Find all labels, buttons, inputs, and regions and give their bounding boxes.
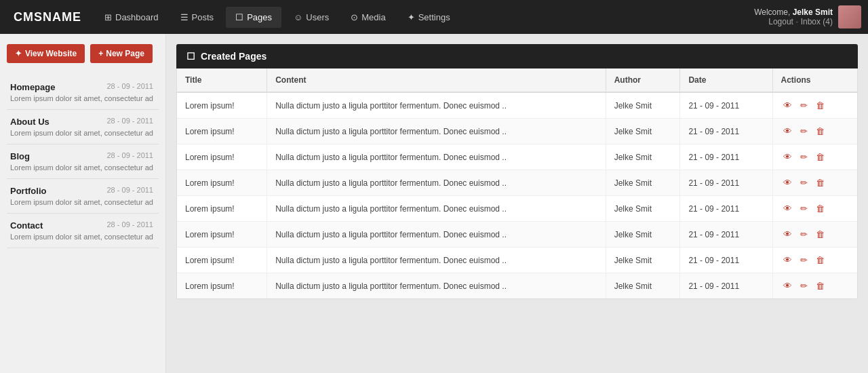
delete-button[interactable]: 🗑 <box>814 279 827 292</box>
pages-icon: ☐ <box>235 12 243 22</box>
sidebar-item-title: About Us <box>10 117 50 127</box>
delete-button[interactable]: 🗑 <box>814 125 827 138</box>
nav-menu: ⊞ Dashboard ☰ Posts ☐ Pages ☺ Users ⊙ Me… <box>88 7 754 28</box>
cell-content: Nulla dictum justo a ligula porttitor fe… <box>267 248 606 273</box>
user-info: Welcome, Jelke Smit Logout - Inbox (4) <box>754 5 861 28</box>
view-button[interactable]: 👁 <box>781 99 794 112</box>
cell-author: Jelke Smit <box>606 119 680 144</box>
edit-button[interactable]: ✏ <box>798 202 810 215</box>
sidebar-item-contact[interactable]: Contact 28 - 09 - 2011 Lorem ipsum dolor… <box>7 214 159 248</box>
new-page-button[interactable]: + New Page <box>90 44 153 63</box>
edit-button[interactable]: ✏ <box>798 151 810 163</box>
delete-button[interactable]: 🗑 <box>814 176 827 189</box>
view-button[interactable]: 👁 <box>781 228 794 241</box>
main-content: ☐ Created Pages Title Content Author Dat… <box>166 34 868 373</box>
sidebar-item-homepage[interactable]: Homepage 28 - 09 - 2011 Lorem ipsum dolo… <box>7 75 159 110</box>
edit-button[interactable]: ✏ <box>798 254 810 267</box>
table-row: Lorem ipsum! Nulla dictum justo a ligula… <box>177 273 857 299</box>
cell-author: Jelke Smit <box>606 222 680 248</box>
sidebar-item-portfolio[interactable]: Portfolio 28 - 09 - 2011 Lorem ipsum dol… <box>7 179 159 214</box>
view-button[interactable]: 👁 <box>781 176 794 189</box>
delete-button[interactable]: 🗑 <box>814 151 827 163</box>
edit-button[interactable]: ✏ <box>798 228 810 241</box>
sidebar-item-date: 28 - 09 - 2011 <box>107 151 154 161</box>
avatar <box>838 5 861 28</box>
col-date: Date <box>680 68 772 92</box>
nav-item-settings[interactable]: ✦ Settings <box>398 7 460 28</box>
delete-button[interactable]: 🗑 <box>814 254 827 267</box>
delete-button[interactable]: 🗑 <box>814 228 827 241</box>
nav-label-pages: Pages <box>247 12 272 22</box>
col-author: Author <box>606 68 680 92</box>
new-page-icon: + <box>98 49 103 58</box>
user-actions: Logout - Inbox (4) <box>754 17 833 26</box>
edit-button[interactable]: ✏ <box>798 279 810 292</box>
view-button[interactable]: 👁 <box>781 279 794 292</box>
delete-button[interactable]: 🗑 <box>814 99 827 112</box>
cell-date: 21 - 09 - 2011 <box>680 170 772 196</box>
dashboard-icon: ⊞ <box>104 12 112 22</box>
logout-link[interactable]: Logout <box>768 17 793 26</box>
cell-actions: 👁 ✏ 🗑 <box>772 92 857 119</box>
sidebar-item-date: 28 - 09 - 2011 <box>107 186 154 196</box>
sidebar-action-buttons: ✦ View Website + New Page <box>7 44 159 63</box>
cell-date: 21 - 09 - 2011 <box>680 248 772 273</box>
nav-item-posts[interactable]: ☰ Posts <box>171 7 224 28</box>
inbox-link[interactable]: Inbox (4) <box>801 17 833 26</box>
nav-label-media: Media <box>361 12 385 22</box>
cell-date: 21 - 09 - 2011 <box>680 196 772 222</box>
table-header: Title Content Author Date Actions <box>177 68 857 92</box>
sidebar-item-about-us[interactable]: About Us 28 - 09 - 2011 Lorem ipsum dolo… <box>7 110 159 144</box>
view-website-button[interactable]: ✦ View Website <box>7 44 85 63</box>
nav-item-dashboard[interactable]: ⊞ Dashboard <box>95 7 168 28</box>
table-row: Lorem ipsum! Nulla dictum justo a ligula… <box>177 170 857 196</box>
cell-author: Jelke Smit <box>606 273 680 299</box>
page-layout: ✦ View Website + New Page Homepage 28 - … <box>0 34 868 373</box>
cell-date: 21 - 09 - 2011 <box>680 144 772 170</box>
nav-item-users[interactable]: ☺ Users <box>284 7 338 28</box>
delete-button[interactable]: 🗑 <box>814 202 827 215</box>
cell-title: Lorem ipsum! <box>177 144 267 170</box>
cell-title: Lorem ipsum! <box>177 248 267 273</box>
edit-button[interactable]: ✏ <box>798 125 810 138</box>
cell-actions: 👁 ✏ 🗑 <box>772 248 857 273</box>
cell-content: Nulla dictum justo a ligula porttitor fe… <box>267 196 606 222</box>
sidebar-item-title: Homepage <box>10 82 55 92</box>
cell-author: Jelke Smit <box>606 144 680 170</box>
app-logo: CMSNAME <box>7 10 88 24</box>
cell-date: 21 - 09 - 2011 <box>680 92 772 119</box>
sidebar-item-date: 28 - 09 - 2011 <box>107 82 154 92</box>
edit-button[interactable]: ✏ <box>798 99 810 112</box>
media-icon: ⊙ <box>351 12 358 22</box>
view-button[interactable]: 👁 <box>781 125 794 138</box>
nav-item-pages[interactable]: ☐ Pages <box>226 7 281 28</box>
cell-date: 21 - 09 - 2011 <box>680 119 772 144</box>
view-button[interactable]: 👁 <box>781 254 794 267</box>
sidebar: ✦ View Website + New Page Homepage 28 - … <box>0 34 166 373</box>
sidebar-item-title: Contact <box>10 220 43 231</box>
new-page-label: New Page <box>106 49 144 58</box>
sidebar-item-title: Blog <box>10 151 30 161</box>
view-website-icon: ✦ <box>15 49 22 58</box>
view-button[interactable]: 👁 <box>781 202 794 215</box>
section-header: ☐ Created Pages <box>176 44 858 68</box>
section-icon: ☐ <box>186 51 195 62</box>
pages-table-container: Title Content Author Date Actions Lorem … <box>176 68 858 299</box>
sidebar-item-blog[interactable]: Blog 28 - 09 - 2011 Lorem ipsum dolor si… <box>7 144 159 179</box>
user-details: Welcome, Jelke Smit Logout - Inbox (4) <box>754 7 833 26</box>
cell-title: Lorem ipsum! <box>177 170 267 196</box>
cell-actions: 👁 ✏ 🗑 <box>772 170 857 196</box>
cell-author: Jelke Smit <box>606 92 680 119</box>
cell-title: Lorem ipsum! <box>177 196 267 222</box>
nav-label-settings: Settings <box>418 12 450 22</box>
nav-item-media[interactable]: ⊙ Media <box>341 7 395 28</box>
edit-button[interactable]: ✏ <box>798 176 810 189</box>
cell-author: Jelke Smit <box>606 196 680 222</box>
cell-actions: 👁 ✏ 🗑 <box>772 222 857 248</box>
view-button[interactable]: 👁 <box>781 151 794 163</box>
table-row: Lorem ipsum! Nulla dictum justo a ligula… <box>177 196 857 222</box>
col-actions: Actions <box>772 68 857 92</box>
table-row: Lorem ipsum! Nulla dictum justo a ligula… <box>177 144 857 170</box>
table-row: Lorem ipsum! Nulla dictum justo a ligula… <box>177 119 857 144</box>
sidebar-item-date: 28 - 09 - 2011 <box>107 117 154 127</box>
